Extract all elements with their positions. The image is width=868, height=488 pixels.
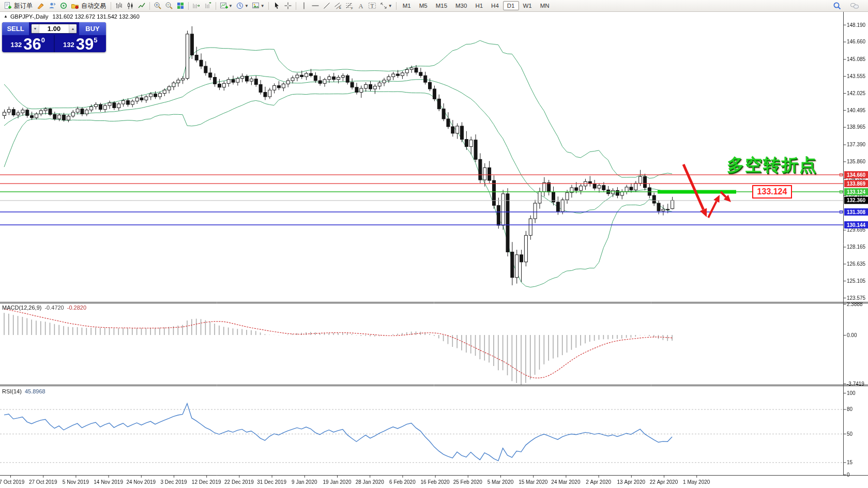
buy-price-main: 39	[76, 38, 94, 51]
periods-menu-icon	[236, 2, 244, 10]
search-icon	[833, 2, 842, 10]
buy-price-prefix: 132	[63, 41, 74, 49]
search-button[interactable]	[831, 1, 843, 11]
rsi-indicator-label: RSI(14)45.8968	[2, 388, 45, 394]
equidistant-channel-button[interactable]: E	[332, 1, 344, 11]
chart-candles-button[interactable]	[125, 1, 136, 11]
tab-m1[interactable]: M1	[399, 1, 415, 10]
sell-price[interactable]: 132 36 0	[2, 35, 54, 52]
chat-icon	[850, 2, 859, 10]
macd-value-signal: -0.2820	[67, 304, 86, 311]
profiles-button[interactable]	[47, 1, 58, 11]
chart-canvas[interactable]	[0, 0, 868, 488]
volume-input[interactable]	[39, 24, 69, 33]
tile-windows-button[interactable]	[175, 1, 186, 11]
volume-increment-button[interactable]: ▲	[69, 24, 77, 33]
chevron-down-icon: ▼	[229, 4, 233, 8]
buy-price[interactable]: 132 39 5	[55, 35, 106, 52]
volume-decrement-button[interactable]: ▼	[32, 24, 39, 33]
chart-title: GBPJPY-,Daily131.602 132.672 131.542 132…	[10, 13, 140, 20]
buy-price-pip: 5	[94, 36, 97, 44]
separator	[296, 2, 296, 10]
horizontal-line-button[interactable]	[310, 1, 321, 11]
chevron-down-icon: ▼	[245, 4, 249, 8]
svg-text:A: A	[358, 3, 363, 10]
separator	[396, 2, 397, 10]
vertical-line-button[interactable]	[298, 1, 310, 11]
tab-h4[interactable]: H4	[487, 1, 503, 10]
indicator-window-icon	[192, 2, 201, 10]
tab-m5[interactable]: M5	[415, 1, 432, 10]
tab-m15[interactable]: M15	[432, 1, 451, 10]
templates-menu-button[interactable]: ▼	[250, 1, 266, 11]
sell-price-pip: 0	[41, 36, 45, 44]
tab-h1[interactable]: H1	[471, 1, 487, 10]
rsi-value: 45.8968	[25, 388, 45, 394]
text-label-button[interactable]: T	[367, 1, 378, 11]
zoom-out-button[interactable]	[163, 1, 175, 11]
vertical-line-icon	[300, 2, 308, 10]
new-order-icon	[4, 2, 12, 10]
indicators-menu-button[interactable]: ▼	[218, 1, 234, 11]
volume-stepper: ▼ ▲	[31, 24, 77, 34]
autotrading-label[interactable]: 自动交易	[81, 2, 106, 10]
arrows-menu-icon	[379, 2, 388, 10]
separator	[268, 2, 269, 10]
new-order-label[interactable]: 新订单	[14, 2, 33, 10]
metaeditor-button[interactable]	[35, 1, 47, 11]
zoom-in-icon	[154, 2, 162, 10]
svg-text:F: F	[351, 7, 353, 10]
autotrading-button[interactable]	[69, 1, 81, 11]
chart-shift-button[interactable]	[202, 1, 214, 11]
periods-menu-button[interactable]: ▼	[234, 1, 250, 11]
separator	[111, 2, 111, 10]
sell-price-prefix: 132	[11, 41, 22, 49]
tab-w1[interactable]: W1	[519, 1, 536, 10]
tab-mn[interactable]: MN	[536, 1, 554, 10]
zoom-in-button[interactable]	[152, 1, 163, 11]
profiles-icon	[48, 2, 56, 10]
text-icon: A	[357, 2, 365, 10]
turning-point-annotation: 多空转折点	[727, 154, 817, 177]
indicators-menu-icon	[220, 2, 228, 10]
zoom-out-icon	[165, 2, 173, 10]
chart-line-button[interactable]	[136, 1, 147, 11]
chart-bars-button[interactable]	[113, 1, 125, 11]
one-click-trading-panel: SELL ▼ ▲ BUY 132 36 0 132 39 5	[2, 22, 106, 52]
sell-button[interactable]: SELL	[2, 22, 29, 35]
trendline-button[interactable]	[321, 1, 332, 11]
crosshair-icon	[284, 2, 292, 10]
tile-windows-icon	[176, 2, 185, 10]
crosshair-button[interactable]	[282, 1, 294, 11]
macd-indicator-label: MACD(12,26,9)-0.4720-0.2820	[2, 304, 86, 311]
chart-selector-icon: ▲	[4, 14, 8, 19]
cursor-button[interactable]	[271, 1, 282, 11]
signals-button[interactable]	[58, 1, 69, 11]
fibonacci-icon: F	[345, 2, 354, 10]
signals-icon	[59, 2, 68, 10]
fibonacci-button[interactable]: F	[344, 1, 355, 11]
macd-name: MACD(12,26,9)	[2, 304, 41, 311]
chart-line-icon	[138, 2, 146, 10]
buy-button[interactable]: BUY	[79, 22, 106, 35]
chart-ohlc-values: 131.602 132.672 131.542 132.360	[53, 13, 140, 20]
rsi-name: RSI(14)	[2, 388, 22, 394]
toolbar: 新订单 自动交易 ▼ ▼ ▼ E F A T ▼ M1 M5 M15 M30 H…	[0, 0, 868, 12]
metaeditor-icon	[37, 2, 45, 10]
tab-d1[interactable]: D1	[503, 1, 519, 10]
separator	[216, 2, 216, 10]
arrows-menu-button[interactable]: ▼	[378, 1, 394, 11]
price-level-annotation-box: 133.124	[752, 185, 792, 199]
chart-symbol-period: GBPJPY-,Daily	[10, 13, 49, 20]
equidistant-channel-icon: E	[334, 2, 342, 10]
text-button[interactable]: A	[355, 1, 367, 11]
trendline-icon	[323, 2, 331, 10]
indicator-window-button[interactable]	[191, 1, 202, 11]
tab-m30[interactable]: M30	[451, 1, 471, 10]
chart-shift-icon	[204, 2, 212, 10]
separator	[149, 2, 150, 10]
chat-button[interactable]	[848, 1, 861, 11]
new-order-button[interactable]	[2, 1, 13, 11]
cursor-icon	[272, 2, 281, 10]
svg-text:E: E	[339, 6, 341, 9]
